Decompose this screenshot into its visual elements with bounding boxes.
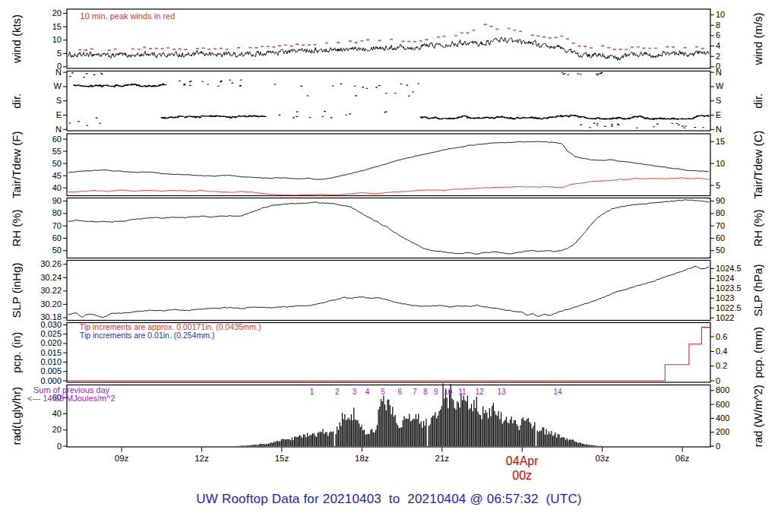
- left-tick-label: 10: [52, 35, 62, 44]
- right-tick-label: 1024: [716, 274, 734, 283]
- left-tick-label: 0.020: [40, 338, 62, 347]
- right-tick-label: 400: [716, 413, 729, 423]
- right-tick-label: 70: [716, 221, 725, 230]
- left-tick-label: 30.20: [40, 299, 62, 309]
- x-tick-label: 09z: [115, 454, 129, 463]
- right-axis-title: SLP (hPa): [751, 264, 764, 317]
- right-axis-title: Tair/Tdew (C): [751, 131, 764, 199]
- left-tick-label: 0.010: [40, 357, 62, 366]
- tip-event-number: 13: [498, 388, 507, 396]
- panel-temp: 404550556051015Tair/Tdew (F)Tair/Tdew (C…: [10, 131, 764, 199]
- tip-event-number: 3: [353, 388, 357, 396]
- panel-rad: 02040600200400600800rad(Lgly/hr)rad (W/m…: [10, 384, 764, 451]
- right-tick-label: 90: [716, 196, 725, 205]
- x-tick-label: 21z: [435, 454, 450, 463]
- wind-average: [68, 37, 709, 61]
- tip-event-number: 8: [423, 388, 428, 396]
- x-tick-label: 06z: [675, 454, 690, 463]
- right-tick-label: 0: [716, 442, 720, 451]
- panel-slp: 30.1830.2030.2230.2430.2610221022.510231…: [10, 259, 764, 321]
- left-tick-label: 60: [52, 135, 62, 144]
- right-axis-title: pcp. (mm): [751, 327, 764, 378]
- left-tick-label: 60: [52, 233, 62, 242]
- right-axis-title: RH (%): [751, 209, 764, 246]
- right-tick-label: 10: [716, 159, 725, 168]
- right-axis-title: dir.: [751, 93, 764, 109]
- right-tick-label: 1023: [716, 293, 734, 302]
- left-tick-label: 30.26: [40, 259, 62, 268]
- tip-event-number: 1: [310, 388, 315, 396]
- right-tick-label: 1022.5: [716, 303, 742, 312]
- right-tick-label: W: [716, 81, 724, 90]
- left-tick-label: 0.015: [40, 348, 62, 357]
- right-tick-label: 0.4: [716, 347, 727, 356]
- right-tick-label: 50: [716, 245, 725, 255]
- right-tick-label: 200: [716, 427, 729, 436]
- left-axis-title: rad(Lgly/hr): [10, 387, 23, 445]
- tip-event-number: 12: [476, 388, 485, 396]
- panel-frame: [67, 71, 710, 131]
- right-tick-label: 4: [716, 41, 720, 50]
- right-tick-label: 0.2: [716, 361, 727, 370]
- right-tick-label: 5: [716, 181, 720, 190]
- left-axis-title: dir.: [10, 93, 23, 109]
- left-tick-label: W: [54, 81, 62, 90]
- wind-direction-scatter: [69, 73, 710, 128]
- right-tick-label: 0.6: [716, 332, 727, 341]
- left-tick-label: 80: [52, 208, 62, 217]
- left-tick-label: S: [56, 96, 62, 105]
- left-tick-label: 40: [52, 183, 62, 192]
- panel-annotation: 10 min. peak winds in red: [81, 11, 176, 21]
- right-tick-label: 15: [716, 137, 725, 146]
- left-tick-label: 5: [57, 49, 62, 58]
- left-tick-label: 0: [57, 442, 62, 451]
- right-tick-label: 6: [716, 30, 720, 40]
- left-tick-label: 50: [52, 245, 62, 255]
- left-tick-label: 0.030: [40, 320, 62, 329]
- right-axis-title: rad (W/m^2): [751, 385, 764, 447]
- right-tick-label: 2: [716, 52, 720, 61]
- panel-wind: 051015200246810wind (kts)wind (m/s)10 mi…: [10, 8, 764, 71]
- panel-dir: NWSENNWSENdir.dir.: [10, 68, 764, 134]
- left-tick-label: 45: [52, 171, 62, 180]
- x-tick-label: 03z: [595, 454, 609, 463]
- panel-pcp: 0.0000.0050.0100.0150.0200.0250.03000.20…: [10, 320, 764, 385]
- left-tick-label: N: [55, 68, 62, 77]
- tip-event-number: 11: [458, 388, 466, 396]
- left-tick-label: 30.22: [40, 286, 62, 295]
- left-axis-title: SLP (inHg): [10, 262, 23, 318]
- tip-event-number: 7: [413, 388, 417, 396]
- left-tick-label: 40: [52, 409, 62, 418]
- tip-event-number: 5: [381, 388, 385, 396]
- right-tick-label: 1023.5: [716, 283, 742, 293]
- left-tick-label: E: [56, 110, 62, 119]
- x-axis: 09z12z15z18z21z04Apr00z03z06z: [115, 448, 690, 483]
- right-tick-label: N: [716, 68, 722, 77]
- right-tick-label: 1022: [716, 313, 734, 322]
- right-tick-label: 0: [716, 376, 720, 385]
- left-tick-label: 15: [52, 22, 62, 31]
- plot-title: UW Rooftop Data for 20210403 to 20210404…: [0, 492, 778, 507]
- tip-event-number: 9: [434, 388, 438, 396]
- left-tick-label: 50: [52, 159, 62, 168]
- right-axis-title: wind (m/s): [751, 12, 764, 65]
- left-tick-label: 20: [52, 425, 62, 434]
- sea-level-pressure: [68, 266, 709, 317]
- left-axis-title: wind (kts): [10, 14, 23, 64]
- x-tick-label-hour: 00z: [512, 469, 532, 482]
- left-axis-title: pcp. (in): [10, 332, 23, 373]
- panel-frame: [67, 134, 710, 196]
- tip-event-number: 4: [365, 388, 370, 396]
- right-tick-label: S: [716, 96, 721, 105]
- left-axis-title: RH (%): [10, 209, 23, 246]
- right-tick-label: N: [716, 125, 722, 134]
- right-tick-label: 60: [716, 233, 725, 242]
- left-tick-label: 0.025: [40, 329, 62, 338]
- panel-frame: [67, 261, 710, 321]
- left-tick-label: 90: [52, 196, 62, 205]
- tip-event-number: 10: [444, 388, 453, 396]
- right-tick-label: 800: [716, 385, 729, 394]
- left-tick-label: 20: [52, 8, 62, 17]
- left-tick-label: 55: [52, 147, 62, 156]
- x-tick-label: 12z: [194, 454, 209, 463]
